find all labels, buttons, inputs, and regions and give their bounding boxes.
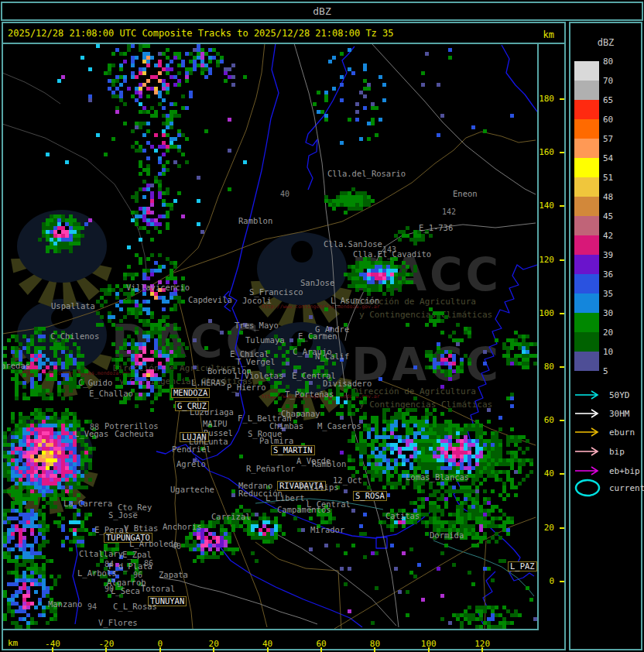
- scan-timestamp-title: 2025/12/28 21:08:00 UTC Composite Tracks…: [8, 28, 394, 39]
- x-axis-tick: [267, 647, 269, 652]
- y-axis-tick-label: 80: [544, 362, 554, 372]
- map-label: Manzano: [48, 600, 82, 609]
- track-arrow-icon: [574, 442, 603, 461]
- colorbar-swatch: [574, 313, 599, 332]
- colorbar-value-label: 45: [603, 211, 613, 221]
- map-label: Clla.SanJose: [324, 240, 382, 249]
- map-label: Tulumaya: [245, 336, 285, 345]
- colorbar-value-label: 48: [603, 192, 613, 202]
- watermark-brand-text: DACC: [351, 338, 502, 391]
- x-axis-tick: [52, 647, 53, 652]
- map-label: Ugarteche: [170, 486, 214, 494]
- route-number-label: 86: [144, 559, 153, 568]
- map-label: E_Carmen: [298, 332, 337, 341]
- map-label: C_Guido: [78, 379, 112, 387]
- x-axis-unit-label: km: [8, 638, 18, 648]
- y-axis-tick: [560, 527, 564, 529]
- y-axis-tick-label: 40: [544, 468, 554, 479]
- route-number-label: 143: [382, 245, 396, 254]
- map-label: C_Chilenos: [50, 332, 99, 341]
- map-label: Capdevila: [188, 296, 232, 304]
- map-label: L_Violetas: [235, 372, 283, 380]
- map-label: Uspallata: [51, 302, 95, 311]
- colorbar-swatch: [574, 255, 599, 274]
- legend-item-30hm: 30HM: [574, 404, 630, 423]
- colorbar-swatch: [574, 139, 599, 158]
- map-label: Cacheuta: [115, 430, 154, 438]
- radar-main-panel: 2025/12/28 21:08:00 UTC Composite Tracks…: [2, 22, 566, 650]
- colorbar-value-label: 54: [603, 153, 613, 163]
- x-axis-tick: [320, 647, 322, 652]
- map-label: L_Seca: [111, 587, 140, 595]
- colorbar-value-label: 51: [603, 173, 613, 183]
- map-label: Jocoli: [242, 297, 272, 305]
- map-label: Dormida: [430, 531, 464, 540]
- radar-map-display[interactable]: DACCDirección de Agriculturay Contingenc…: [3, 44, 539, 630]
- map-label: S_Jose: [108, 511, 138, 520]
- map-label: C_L_Rosas: [113, 602, 157, 611]
- map-label: E_Zpal: [122, 551, 152, 559]
- status-bar: 2025/12/28 21:08:00 UTC Composite Tracks…: [3, 23, 564, 44]
- map-label: L_Arboleda: [129, 540, 178, 548]
- y-axis-tick-label: 120: [539, 255, 554, 265]
- city-box-label: L_PAZ: [508, 561, 537, 571]
- route-number-label: 40: [172, 542, 181, 551]
- y-axis-tick: [560, 98, 564, 100]
- map-label: Campamentos: [277, 506, 331, 514]
- legend-item-label: current: [609, 483, 644, 493]
- y-axis-tick: [560, 366, 564, 368]
- city-box-label: MENDOZA: [171, 388, 210, 398]
- track-arrow-icon: [574, 423, 603, 441]
- legend-item-label: 50YD: [609, 390, 630, 400]
- legend-item-label: eburn: [609, 427, 635, 438]
- logo-pupil: [291, 241, 313, 263]
- map-label: Agrelo: [176, 460, 206, 468]
- map-label: L_Vegas: [74, 430, 108, 438]
- track-arrow-icon: [574, 404, 603, 423]
- map-label: Tres_Mayo: [235, 321, 279, 330]
- top-title-bar: dBZ: [1, 2, 643, 21]
- colorbar-swatch: [574, 352, 599, 371]
- route-number-label: 142: [442, 208, 456, 216]
- current-storm-ellipse-icon: [574, 479, 603, 497]
- track-arrow-icon: [574, 386, 603, 404]
- legend-item-label: bip: [609, 447, 625, 457]
- legend-item-50yd: 50YD: [574, 386, 630, 404]
- map-label: N_Calif: [315, 352, 349, 361]
- legend-item-bip: bip: [574, 442, 625, 461]
- legend-item-label: 30HM: [609, 409, 630, 419]
- map-label: Clla.del_Rosario: [327, 170, 406, 178]
- y-axis-tick: [560, 473, 564, 475]
- map-label: Eneon: [453, 190, 478, 198]
- logo-pupil: [51, 307, 73, 329]
- route-number-label: 40: [280, 190, 289, 198]
- map-label: T_Vergel: [236, 358, 276, 366]
- map-label: L.HERAS: [191, 379, 225, 387]
- x-axis-tick: [213, 647, 214, 652]
- legend-item-eburn: eburn: [574, 423, 635, 441]
- city-box-label: S_MARTIN: [271, 445, 315, 455]
- map-label: La_Carrera: [63, 499, 112, 508]
- city-box-label: S_ROSA: [353, 491, 387, 501]
- map-label: Divisadero: [323, 379, 372, 388]
- river-line: [73, 534, 79, 624]
- y-axis-tick-label: 180: [539, 94, 554, 104]
- road-line: [267, 529, 396, 626]
- colorbar-value-label: 57: [603, 134, 613, 144]
- colorbar-value-label: 20: [603, 328, 613, 338]
- colorbar-value-label: 70: [603, 76, 613, 86]
- colorbar-swatch: [574, 100, 599, 119]
- map-label: Luzuriaga: [190, 408, 234, 417]
- colorbar-value-label: 35: [603, 289, 613, 299]
- boundary-line: [3, 73, 60, 104]
- colorbar-title: dBZ: [570, 37, 641, 48]
- colorbar-swatch: [574, 177, 599, 197]
- y-axis-tick-label: 140: [539, 201, 554, 211]
- colorbar-swatch: [574, 119, 599, 139]
- map-label: aredas: [3, 362, 30, 370]
- map-label: Ramblon: [238, 217, 272, 225]
- map-label: Totoral: [141, 585, 175, 593]
- map-label: L_Arbols: [77, 569, 117, 578]
- y-axis-tick: [560, 313, 564, 314]
- dacc-logo-watermark: [11, 210, 112, 308]
